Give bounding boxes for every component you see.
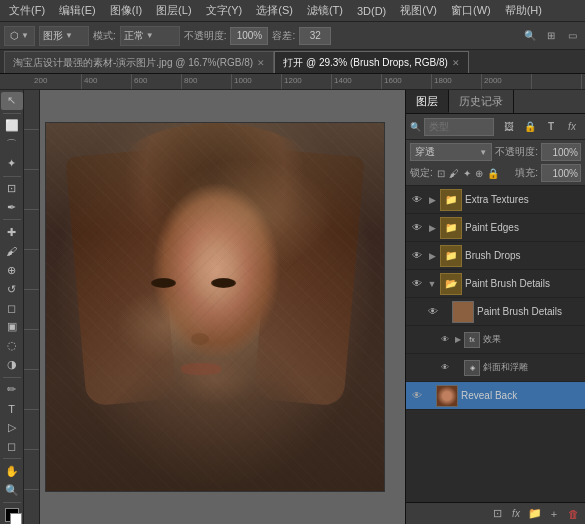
layer-opacity-input[interactable] [541, 143, 581, 161]
layer-icon-fx[interactable]: fx [563, 118, 581, 136]
panel-tab-history[interactable]: 历史记录 [449, 90, 514, 113]
layer-eye-1[interactable]: 👁 [410, 193, 424, 207]
layer-expand-1[interactable]: ▶ [427, 195, 437, 205]
layer-item-effects[interactable]: 👁 ▶ fx 效果 [406, 326, 585, 354]
menu-layer[interactable]: 图层(L) [153, 3, 194, 18]
layer-thumb-5 [452, 301, 474, 323]
tool-wand[interactable]: ✦ [1, 155, 23, 173]
layer-eye-6[interactable]: 👁 [438, 333, 452, 347]
layer-new-btn[interactable]: + [546, 506, 562, 522]
layer-new-group-btn[interactable]: 📁 [527, 506, 543, 522]
tab-1-close[interactable]: ✕ [257, 58, 265, 68]
layer-expand-4[interactable]: ▼ [427, 279, 437, 289]
canvas-image[interactable] [45, 122, 385, 492]
menu-select[interactable]: 选择(S) [253, 3, 296, 18]
layer-item-extra-textures[interactable]: 👁 ▶ 📁 Extra Textures [406, 186, 585, 214]
tool-path-select[interactable]: ▷ [1, 419, 23, 437]
blend-mode-chevron: ▼ [479, 148, 487, 157]
layer-type-filter[interactable] [424, 118, 494, 136]
menu-type[interactable]: 文字(Y) [203, 3, 246, 18]
layer-delete-btn[interactable]: 🗑 [565, 506, 581, 522]
opacity-input[interactable] [230, 27, 268, 45]
layer-eye-8[interactable]: 👁 [410, 389, 424, 403]
layer-expand-3[interactable]: ▶ [427, 251, 437, 261]
layer-eye-5[interactable]: 👁 [426, 305, 440, 319]
lock-transparent[interactable]: ⊡ [436, 167, 446, 180]
layer-expand-2[interactable]: ▶ [427, 223, 437, 233]
layer-eye-2[interactable]: 👁 [410, 221, 424, 235]
menu-help[interactable]: 帮助(H) [502, 3, 545, 18]
tool-lasso[interactable]: ⌒ [1, 136, 23, 154]
shape-dropdown[interactable]: 图形 ▼ [39, 26, 89, 46]
tool-pen[interactable]: ✏ [1, 381, 23, 399]
lock-image[interactable]: 🖌 [448, 167, 460, 180]
tolerance-input[interactable] [299, 27, 331, 45]
tool-select-btn[interactable]: ⬡ ▼ [4, 26, 35, 46]
layer-icon-t[interactable]: T [542, 118, 560, 136]
tool-shape[interactable]: ◻ [1, 438, 23, 456]
tool-blur[interactable]: ◌ [1, 337, 23, 355]
layer-item-bevel[interactable]: 👁 ◈ 斜面和浮雕 [406, 354, 585, 382]
background-color[interactable] [10, 513, 22, 524]
layer-thumb-3: 📁 [440, 245, 462, 267]
tab-2[interactable]: 打开 @ 29.3% (Brush Drops, RGB/8) ✕ [274, 51, 469, 73]
layer-icon-new[interactable]: 🖼 [500, 118, 518, 136]
right-panels: 图层 历史记录 🔍 🖼 🔒 T fx 穿透 ▼ 不透明度: 锁 [405, 90, 585, 524]
layer-item-brush-drops[interactable]: 👁 ▶ 📁 Brush Drops [406, 242, 585, 270]
layer-expand-5[interactable] [443, 307, 449, 317]
layer-expand-6[interactable]: ▶ [455, 335, 461, 345]
layers-list[interactable]: 👁 ▶ 📁 Extra Textures 👁 ▶ 📁 Paint Edges 👁 [406, 186, 585, 502]
layer-fx-btn[interactable]: fx [508, 506, 524, 522]
portrait-background [46, 123, 384, 491]
tool-crop[interactable]: ⊡ [1, 180, 23, 198]
tab-1[interactable]: 淘宝店设计最强的素材-演示图片.jpg @ 16.7%(RGB/8) ✕ [4, 51, 274, 73]
blend-mode-dropdown[interactable]: 穿透 ▼ [410, 143, 492, 161]
lock-artboard[interactable]: ⊕ [474, 167, 484, 180]
tool-brush[interactable]: 🖌 [1, 242, 23, 260]
toolbar-arrange-btn[interactable]: ⊞ [542, 27, 560, 45]
tool-eraser[interactable]: ◻ [1, 299, 23, 317]
lock-icons: ⊡ 🖌 ✦ ⊕ 🔒 [436, 167, 500, 180]
toolbar: ⬡ ▼ 图形 ▼ 模式: 正常 ▼ 不透明度: 容差: 🔍 ⊞ ▭ [0, 22, 585, 50]
foreground-color[interactable] [5, 508, 19, 522]
tool-history-brush[interactable]: ↺ [1, 280, 23, 298]
tab-2-close[interactable]: ✕ [452, 58, 460, 68]
layer-item-reveal-back[interactable]: 👁 Reveal Back [406, 382, 585, 410]
menu-edit[interactable]: 编辑(E) [56, 3, 99, 18]
layer-add-mask-btn[interactable]: ⊡ [489, 506, 505, 522]
layer-item-paint-brush-details-folder[interactable]: 👁 ▼ 📂 Paint Brush Details [406, 270, 585, 298]
menu-view[interactable]: 视图(V) [397, 3, 440, 18]
lock-all[interactable]: 🔒 [486, 167, 500, 180]
layer-fill-input[interactable] [541, 164, 581, 182]
layer-expand-8[interactable] [427, 391, 433, 401]
menu-filter[interactable]: 滤镜(T) [304, 3, 346, 18]
shape-chevron: ▼ [65, 31, 73, 40]
tool-eyedropper[interactable]: ✒ [1, 198, 23, 216]
layer-item-paint-brush-details[interactable]: 👁 Paint Brush Details [406, 298, 585, 326]
mode-dropdown[interactable]: 正常 ▼ [120, 26, 180, 46]
canvas-area[interactable] [24, 90, 405, 524]
menu-file[interactable]: 文件(F) [6, 3, 48, 18]
layer-eye-7[interactable]: 👁 [438, 361, 452, 375]
toolbar-extra-btn[interactable]: ▭ [563, 27, 581, 45]
layer-expand-7[interactable] [455, 363, 461, 373]
layer-item-paint-edges[interactable]: 👁 ▶ 📁 Paint Edges [406, 214, 585, 242]
menu-3d[interactable]: 3D(D) [354, 5, 389, 17]
tool-heal[interactable]: ✚ [1, 223, 23, 241]
toolbar-search-btn[interactable]: 🔍 [521, 27, 539, 45]
tool-zoom[interactable]: 🔍 [1, 481, 23, 499]
panel-tab-layers[interactable]: 图层 [406, 90, 449, 113]
layer-eye-3[interactable]: 👁 [410, 249, 424, 263]
tool-hand[interactable]: ✋ [1, 462, 23, 480]
tool-marquee[interactable]: ⬜ [1, 117, 23, 135]
layer-eye-4[interactable]: 👁 [410, 277, 424, 291]
tool-move[interactable]: ↖ [1, 92, 23, 110]
layer-icon-lock[interactable]: 🔒 [521, 118, 539, 136]
lock-position[interactable]: ✦ [462, 167, 472, 180]
tool-type[interactable]: T [1, 400, 23, 418]
menu-image[interactable]: 图像(I) [107, 3, 145, 18]
tool-gradient[interactable]: ▣ [1, 318, 23, 336]
tool-dodge[interactable]: ◑ [1, 356, 23, 374]
tool-clone[interactable]: ⊕ [1, 261, 23, 279]
menu-window[interactable]: 窗口(W) [448, 3, 494, 18]
